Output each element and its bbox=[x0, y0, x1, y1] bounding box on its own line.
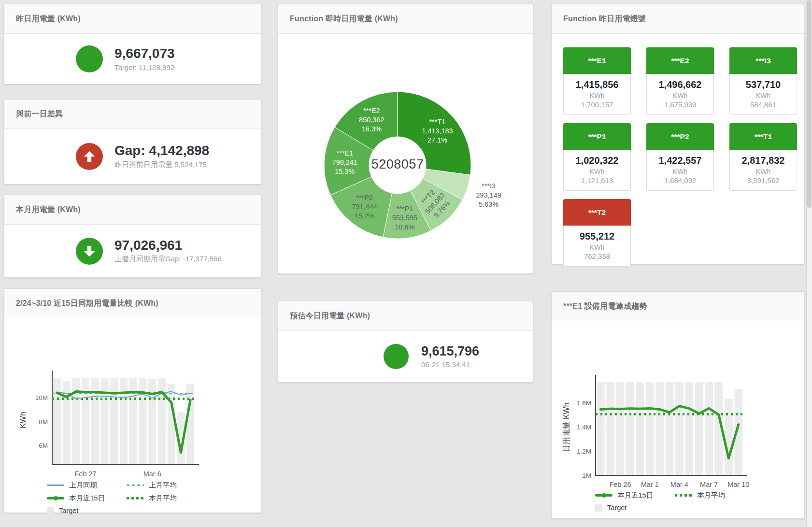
target-bar bbox=[666, 382, 674, 475]
target-bar bbox=[725, 399, 733, 475]
legend-item[interactable]: 本月平均 bbox=[127, 494, 211, 503]
donut-chart[interactable]: ***T11,413,18327.1%***I3293,1495.63%***T… bbox=[278, 34, 532, 273]
panel-header: 預估今日用電量 (KWh) bbox=[278, 301, 533, 331]
gap-subtitle: 昨日與前日用電量 5,524,175 bbox=[114, 160, 209, 170]
panel-title[interactable]: 本月用電量 (KWh) bbox=[16, 205, 81, 215]
legend-label: 本月近15日 bbox=[617, 491, 653, 500]
panel-title[interactable]: Function 昨日用電燈號 bbox=[563, 14, 646, 24]
legend-item[interactable]: 本月近15日 bbox=[595, 491, 675, 500]
panel-e1-trend: ***E1 設備用電達成趨勢 1M1.2M1.4M1.6MFeb 26Mar 1… bbox=[551, 291, 804, 519]
y-tick-label: 8M bbox=[39, 418, 48, 426]
target-bar bbox=[655, 382, 664, 475]
dot-swatch-icon bbox=[127, 497, 144, 499]
y-axis-label: 日用電量 KWh bbox=[562, 402, 570, 452]
month-usage-body: 97,026,961 上個月同期用電Gap: -17,377,566 bbox=[4, 225, 261, 277]
target-bar bbox=[120, 378, 128, 465]
panel-title[interactable]: 預估今日用電量 (KWh) bbox=[290, 311, 370, 321]
tile-unit: KWh bbox=[566, 243, 628, 251]
legend-label: 本月近15日 bbox=[69, 494, 105, 503]
estimate-timestamp: 06-21 15:34:41 bbox=[421, 360, 479, 369]
legend-item[interactable]: Target bbox=[47, 507, 127, 514]
tile-target: 1,700,157 bbox=[566, 100, 628, 109]
legend-label: 本月平均 bbox=[697, 491, 725, 500]
tile-unit: KWh bbox=[732, 92, 795, 100]
page-scrollbar[interactable] bbox=[806, 0, 812, 527]
target-bar bbox=[626, 382, 634, 475]
target-bar bbox=[148, 379, 156, 465]
estimate-body: 9,615,796 06-21 15:34:41 bbox=[278, 331, 533, 382]
legend-label: Target bbox=[607, 504, 627, 512]
legend-item[interactable]: 本月近15日 bbox=[47, 494, 127, 503]
target-bar bbox=[186, 384, 194, 465]
tile-header: ***T1 bbox=[729, 123, 797, 150]
x-tick-label: Mar 1 bbox=[641, 481, 659, 488]
light-tile-e1: ***E1 1,415,856KWh1,700,157 bbox=[563, 47, 631, 115]
y-tick-label: 1.2M bbox=[577, 448, 591, 455]
x-tick-label: Feb 26 bbox=[609, 481, 631, 488]
compare-line-chart[interactable]: 6M8M10MFeb 27Mar 6KWh bbox=[4, 318, 260, 478]
target-bar bbox=[606, 382, 614, 475]
x-tick-label: Feb 27 bbox=[74, 470, 96, 478]
light-tile-p1: ***P1 1,020,322KWh1,121,613 bbox=[563, 123, 631, 191]
panel-compare-chart: 2/24~3/10 近15日同期用電量比較 (KWh) 6M8M10MFeb 2… bbox=[4, 288, 262, 513]
target-bar bbox=[110, 378, 118, 465]
dot-swatch-icon bbox=[675, 494, 692, 497]
tile-target: 584,861 bbox=[732, 100, 795, 109]
legend-item[interactable]: Target bbox=[595, 504, 675, 512]
yesterday-usage-value: 9,667,073 bbox=[114, 46, 175, 61]
panel-header: 2/24~3/10 近15日同期用電量比較 (KWh) bbox=[4, 289, 261, 318]
trend-line-chart[interactable]: 1M1.2M1.4M1.6MFeb 26Mar 1Mar 4Mar 7Mar 1… bbox=[552, 321, 803, 488]
lights-tile-grid: ***E1 1,415,856KWh1,700,157 ***E2 1,496,… bbox=[552, 34, 804, 280]
y-tick-label: 1.4M bbox=[577, 424, 591, 431]
target-bar bbox=[705, 382, 713, 475]
legend-item[interactable]: 上月同期 bbox=[47, 481, 127, 490]
legend-item[interactable]: 本月平均 bbox=[675, 491, 759, 500]
panel-lights: Function 昨日用電燈號 ***E1 1,415,856KWh1,700,… bbox=[551, 4, 804, 264]
arrow-up-icon bbox=[76, 143, 103, 170]
target-bar bbox=[685, 382, 693, 475]
tile-value: 1,415,856 bbox=[566, 79, 628, 90]
tile-unit: KWh bbox=[566, 168, 628, 175]
month-usage-value: 97,026,961 bbox=[114, 238, 222, 253]
tile-value: 1,020,322 bbox=[566, 155, 628, 166]
panel-header: 本月用電量 (KWh) bbox=[4, 195, 261, 225]
status-dot-green bbox=[384, 344, 409, 369]
line-swatch-icon bbox=[595, 494, 613, 497]
target-bar bbox=[168, 384, 175, 465]
light-tile-i3: ***I3 537,710KWh584,861 bbox=[729, 47, 797, 115]
legend-label: 上月平均 bbox=[149, 481, 177, 490]
tile-header: ***I3 bbox=[729, 47, 797, 74]
donut-center-total: 5208057 bbox=[344, 157, 451, 172]
panel-estimate-today: 預估今日用電量 (KWh) 9,615,796 06-21 15:34:41 bbox=[278, 301, 533, 383]
panel-title[interactable]: Function 即時日用電量 (KWh) bbox=[290, 14, 398, 24]
square-swatch-icon bbox=[47, 507, 54, 514]
panel-title[interactable]: ***E1 設備用電達成趨勢 bbox=[563, 301, 647, 312]
dashboard-page: { "colors":{ "green":"#2f9e27","red":"#c… bbox=[0, 0, 812, 527]
target-bar bbox=[53, 378, 61, 465]
dash-swatch-icon bbox=[127, 484, 144, 486]
y-tick-label: 1M bbox=[582, 472, 591, 479]
legend-item[interactable]: 上月平均 bbox=[127, 481, 211, 490]
tile-value: 537,710 bbox=[732, 79, 795, 90]
line-swatch-icon bbox=[47, 484, 64, 486]
scrollbar-thumb[interactable] bbox=[807, 0, 812, 208]
panel-title[interactable]: 昨日用電量 (KWh) bbox=[16, 14, 81, 24]
trend-chart-legend: 本月近15日 本月平均 Target bbox=[595, 491, 804, 512]
target-bar bbox=[675, 382, 684, 475]
panel-title[interactable]: 2/24~3/10 近15日同期用電量比較 (KWh) bbox=[16, 299, 158, 309]
target-bar bbox=[695, 382, 703, 475]
tile-value: 1,496,662 bbox=[649, 79, 712, 90]
gap-prev-day-body: Gap: 4,142,898 昨日與前日用電量 5,524,175 bbox=[4, 129, 261, 184]
line-swatch-icon bbox=[47, 497, 64, 499]
square-swatch-icon bbox=[595, 504, 602, 512]
panel-month-usage: 本月用電量 (KWh) 97,026,961 上個月同期用電Gap: -17,3… bbox=[4, 195, 262, 278]
tile-unit: KWh bbox=[732, 168, 795, 175]
tile-value: 1,422,557 bbox=[649, 155, 712, 166]
panel-title[interactable]: 與前一日差異 bbox=[16, 109, 63, 119]
y-tick-label: 6M bbox=[39, 442, 48, 449]
gap-value: Gap: 4,142,898 bbox=[114, 143, 209, 158]
target-bar bbox=[597, 382, 605, 475]
donut-chart-body: ***T11,413,18327.1%***I3293,1495.63%***T… bbox=[278, 34, 533, 275]
tile-unit: KWh bbox=[649, 168, 712, 175]
tile-unit: KWh bbox=[649, 92, 712, 100]
